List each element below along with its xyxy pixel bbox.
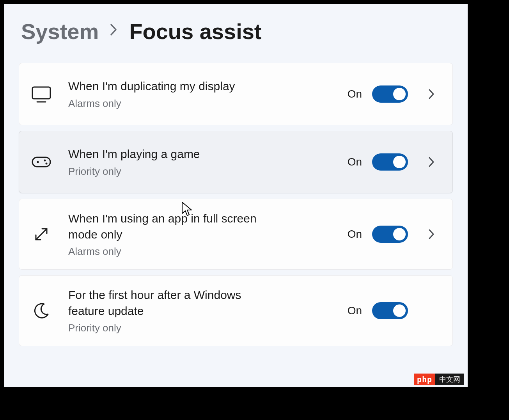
toggle-state-label: On	[348, 156, 362, 168]
rule-fullscreen-app[interactable]: When I'm using an app in full screen mod…	[19, 199, 453, 270]
watermark-right: 中文网	[435, 374, 464, 385]
rule-text: When I'm duplicating my display Alarms o…	[68, 78, 348, 110]
watermark: php 中文网	[414, 373, 464, 386]
rule-title: When I'm duplicating my display	[68, 78, 271, 94]
toggle-state-label: On	[348, 304, 362, 317]
rule-text: When I'm playing a game Priority only	[68, 146, 348, 178]
toggle-switch[interactable]	[372, 85, 408, 103]
rule-title: For the first hour after a Windows featu…	[68, 287, 271, 319]
watermark-left: php	[414, 374, 435, 385]
rule-controls: On	[348, 85, 439, 103]
svg-rect-0	[32, 87, 50, 99]
svg-line-6	[36, 229, 47, 240]
rule-subtitle: Alarms only	[68, 246, 340, 258]
expand-chevron-icon[interactable]	[424, 88, 439, 100]
toggle-state-label: On	[348, 228, 362, 240]
rule-subtitle: Alarms only	[68, 98, 340, 110]
rule-controls: On	[348, 153, 439, 171]
automatic-rules-list: When I'm duplicating my display Alarms o…	[19, 63, 453, 346]
rule-title: When I'm playing a game	[68, 146, 271, 162]
gamepad-icon	[31, 154, 52, 170]
rule-controls: On	[348, 302, 439, 319]
breadcrumb: System Focus assist	[21, 19, 453, 44]
toggle-switch[interactable]	[372, 302, 408, 319]
rule-controls: On	[348, 226, 439, 243]
toggle-switch[interactable]	[372, 226, 408, 243]
chevron-right-icon	[110, 23, 118, 40]
breadcrumb-parent[interactable]: System	[21, 19, 99, 44]
svg-rect-2	[32, 157, 50, 167]
svg-point-4	[44, 160, 46, 162]
rule-subtitle: Priority only	[68, 166, 340, 178]
rule-text: For the first hour after a Windows featu…	[68, 287, 348, 334]
rule-duplicating-display[interactable]: When I'm duplicating my display Alarms o…	[19, 63, 453, 125]
expand-chevron-icon[interactable]	[424, 156, 439, 168]
fullscreen-icon	[31, 225, 52, 244]
rule-title: When I'm using an app in full screen mod…	[68, 211, 271, 242]
svg-point-3	[37, 161, 39, 163]
toggle-switch[interactable]	[372, 153, 408, 171]
rule-playing-game[interactable]: When I'm playing a game Priority only On	[19, 131, 453, 193]
monitor-icon	[31, 85, 52, 103]
moon-icon	[31, 302, 52, 320]
settings-panel: System Focus assist When I'm duplicating…	[3, 3, 468, 388]
expand-chevron-icon[interactable]	[424, 228, 439, 240]
rule-text: When I'm using an app in full screen mod…	[68, 211, 348, 258]
rule-after-update[interactable]: For the first hour after a Windows featu…	[19, 275, 453, 346]
toggle-state-label: On	[348, 88, 362, 100]
page-title: Focus assist	[129, 19, 261, 44]
svg-point-5	[46, 163, 48, 165]
rule-subtitle: Priority only	[68, 322, 340, 334]
